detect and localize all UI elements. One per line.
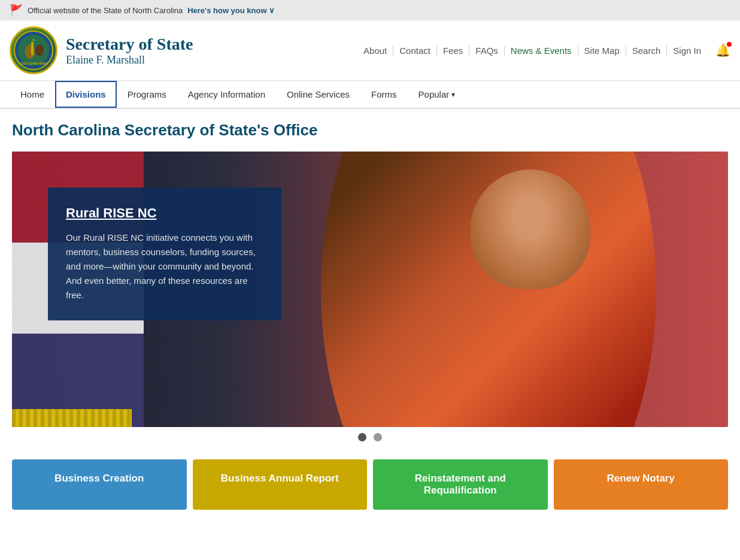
slide-dot-1[interactable] [358, 433, 366, 441]
chevron-down-icon: ▾ [451, 90, 455, 99]
logo-area: ESSE QUAM VIDERI Secretary of State Elai… [10, 26, 193, 74]
nav-about[interactable]: About [357, 46, 393, 56]
notification-dot [727, 42, 732, 47]
header: ESSE QUAM VIDERI Secretary of State Elai… [0, 20, 740, 81]
state-seal: ESSE QUAM VIDERI [10, 26, 57, 74]
nav-site-map[interactable]: Site Map [578, 46, 626, 56]
nav-agency-information[interactable]: Agency Information [177, 81, 276, 108]
top-bar: 🚩 Official website of the State of North… [0, 0, 740, 20]
nav-news-events[interactable]: News & Events [505, 46, 578, 56]
flag-fringe [12, 409, 132, 427]
official-text: Official website of the State of North C… [28, 6, 183, 15]
logo-text: Secretary of State Elaine F. Marshall [66, 35, 193, 66]
page-title: North Carolina Secretary of State's Offi… [0, 109, 740, 146]
slide-title[interactable]: Rural RISE NC [66, 205, 263, 221]
reinstatement-requalification-button[interactable]: Reinstatement and Requalification [373, 459, 548, 510]
header-nav: About Contact Fees FAQs News & Events Si… [357, 43, 730, 57]
org-subtitle: Elaine F. Marshall [66, 54, 193, 66]
slide-text-box: Rural RISE NC Our Rural RISE NC initiati… [48, 187, 281, 320]
nav-popular[interactable]: Popular ▾ [408, 81, 466, 108]
nav-fees[interactable]: Fees [437, 46, 469, 56]
slide-body: Our Rural RISE NC initiative connects yo… [66, 231, 263, 302]
slide-dots [0, 433, 740, 444]
nav-sign-in[interactable]: Sign In [667, 46, 707, 56]
speaker-head [471, 169, 590, 289]
slide-dot-2[interactable] [374, 433, 382, 441]
svg-rect-4 [31, 42, 34, 55]
nav-faqs[interactable]: FAQs [469, 46, 505, 56]
nav-divisions[interactable]: Divisions [55, 81, 117, 108]
nav-programs[interactable]: Programs [117, 81, 177, 108]
nav-forms[interactable]: Forms [360, 81, 408, 108]
business-annual-report-button[interactable]: Business Annual Report [193, 459, 368, 510]
nav-contact[interactable]: Contact [393, 46, 437, 56]
business-creation-button[interactable]: Business Creation [12, 459, 187, 510]
org-title: Secretary of State [66, 35, 193, 54]
slideshow: Rural RISE NC Our Rural RISE NC initiati… [12, 152, 728, 427]
quick-links: Business Creation Business Annual Report… [0, 453, 740, 522]
svg-point-3 [35, 44, 44, 56]
notification-bell[interactable]: 🔔 [715, 43, 730, 57]
how-to-know-link[interactable]: Here's how you know ∨ [187, 6, 275, 15]
nav-home[interactable]: Home [10, 81, 55, 108]
slide-background: Rural RISE NC Our Rural RISE NC initiati… [12, 152, 728, 427]
renew-notary-button[interactable]: Renew Notary [554, 459, 729, 510]
svg-text:ESSE QUAM VIDERI: ESSE QUAM VIDERI [19, 62, 48, 65]
nav-search[interactable]: Search [626, 46, 668, 56]
nc-flag-icon: 🚩 [10, 4, 23, 17]
secondary-nav: Home Divisions Programs Agency Informati… [0, 81, 740, 109]
nav-online-services[interactable]: Online Services [276, 81, 360, 108]
